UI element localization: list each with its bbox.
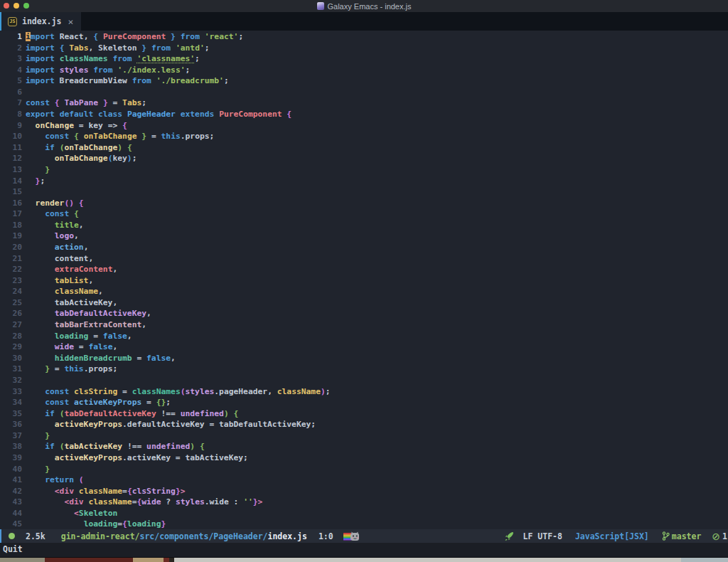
line-number: 25 — [0, 297, 22, 309]
line-number: 6 — [0, 87, 22, 98]
code-line[interactable]: 25 tabActiveKey, — [0, 297, 728, 309]
wallpaper-segment — [0, 558, 45, 562]
code-line[interactable]: 43 <div className={wide ? styles.wide : … — [0, 497, 728, 508]
line-number: 2 — [0, 43, 22, 54]
wallpaper-segment — [133, 558, 164, 562]
code-line[interactable]: 23 tabList, — [0, 275, 728, 287]
code-line[interactable]: 26 tabDefaultActiveKey, — [0, 308, 728, 319]
code-line[interactable]: 8export default class PageHeader extends… — [0, 109, 728, 120]
code-line[interactable]: 18 title, — [0, 220, 728, 231]
code-line[interactable]: 44 <Skeleton — [0, 508, 728, 519]
line-number: 42 — [0, 486, 22, 497]
line-number: 16 — [0, 198, 22, 209]
code-line[interactable]: 35 if (tabDefaultActiveKey !== undefined… — [0, 408, 728, 420]
line-number: 34 — [0, 397, 22, 408]
code-line[interactable]: 6 — [0, 87, 728, 98]
code-line[interactable]: 37 } — [0, 430, 728, 442]
code-text: import React, { PureComponent } from 're… — [26, 31, 243, 43]
code-line[interactable]: 14 }; — [0, 176, 728, 187]
line-number: 21 — [0, 253, 22, 265]
major-mode[interactable]: JavaScript[JSX] — [575, 531, 649, 541]
buffer-size: 2.5k — [26, 531, 46, 541]
circle-slash-icon: ⊘ — [712, 531, 720, 542]
titlebar: Galaxy Emacs - index.js — [0, 0, 728, 12]
line-number: 32 — [0, 375, 22, 386]
code-line[interactable]: 9 onChange = key => { — [0, 120, 728, 132]
code-text: render() { — [26, 198, 84, 209]
code-line[interactable]: 5import BreadcrumbView from './breadcrum… — [0, 75, 728, 87]
tab-label: index.js — [22, 16, 61, 26]
line-number: 24 — [0, 286, 22, 297]
code-line[interactable]: 38 if (tabActiveKey !== undefined) { — [0, 441, 728, 452]
code-text: export default class PageHeader extends … — [26, 109, 291, 120]
tab-bar: JS index.js × — [0, 12, 728, 31]
code-text: tabBarExtraContent, — [26, 319, 146, 331]
code-text: activeKeyProps.defaultActiveKey = tabDef… — [26, 419, 316, 430]
code-line[interactable]: 20 action, — [0, 242, 728, 253]
line-number: 3 — [0, 53, 22, 65]
line-number: 9 — [0, 120, 22, 132]
code-line[interactable]: 33 const clsString = classNames(styles.p… — [0, 386, 728, 398]
tab-close-icon[interactable]: × — [68, 16, 73, 27]
code-text: import styles from './index.less'; — [26, 65, 190, 76]
tab-index-js[interactable]: JS index.js × — [1, 12, 81, 31]
code-line[interactable]: 19 logo, — [0, 230, 728, 242]
code-line[interactable]: 45 loading={loading} — [0, 519, 728, 530]
code-line[interactable]: 22 extraContent, — [0, 264, 728, 275]
flycheck-status[interactable]: ⊘ 1 — [712, 531, 727, 542]
code-text: onChange = key => { — [26, 120, 127, 132]
code-line[interactable]: 4import styles from './index.less'; — [0, 65, 728, 76]
line-number: 29 — [0, 341, 22, 353]
code-line[interactable]: 36 activeKeyProps.defaultActiveKey = tab… — [0, 419, 728, 430]
code-text: } = this.props; — [26, 364, 117, 375]
nyan-cat-progress-icon — [343, 531, 360, 541]
code-line[interactable]: 32 — [0, 375, 728, 386]
code-line[interactable]: 28 loading = false, — [0, 331, 728, 342]
code-line[interactable]: 15 — [0, 186, 728, 198]
code-text: const { onTabChange } = this.props; — [26, 131, 214, 142]
code-text: hiddenBreadcrumb = false, — [26, 353, 176, 364]
code-line[interactable]: 13 } — [0, 164, 728, 176]
eol-encoding: LF UTF-8 — [523, 531, 562, 541]
code-editor[interactable]: 1import React, { PureComponent } from 'r… — [0, 31, 728, 529]
code-line[interactable]: 34 const activeKeyProps = {}; — [0, 397, 728, 408]
code-line[interactable]: 41 return ( — [0, 474, 728, 486]
line-number: 14 — [0, 176, 22, 187]
code-line[interactable]: 30 hiddenBreadcrumb = false, — [0, 353, 728, 364]
code-line[interactable]: 39 activeKeyProps.activeKey = tabActiveK… — [0, 452, 728, 464]
code-text: extraContent, — [26, 264, 117, 275]
echo-area: Quit — [0, 543, 728, 557]
code-line[interactable]: 16 render() { — [0, 198, 728, 209]
line-number: 43 — [0, 497, 22, 508]
rocket-icon — [504, 531, 514, 541]
code-line[interactable]: 29 wide = false, — [0, 341, 728, 353]
code-line[interactable]: 42 <div className={clsString}> — [0, 486, 728, 497]
code-text: <div className={wide ? styles.wide : ''}… — [26, 497, 262, 508]
git-branch[interactable]: master — [662, 531, 702, 541]
code-line[interactable]: 27 tabBarExtraContent, — [0, 319, 728, 331]
code-text: title, — [26, 220, 84, 231]
code-line[interactable]: 10 const { onTabChange } = this.props; — [0, 131, 728, 142]
code-line[interactable]: 3import classNames from 'classnames'; — [0, 53, 728, 65]
code-text: className, — [26, 286, 103, 297]
line-number: 30 — [0, 353, 22, 364]
javascript-file-icon: JS — [8, 17, 17, 26]
wallpaper-segment — [45, 558, 133, 562]
line-number: 41 — [0, 474, 22, 486]
code-line[interactable]: 31 } = this.props; — [0, 364, 728, 375]
line-number: 15 — [0, 186, 22, 198]
code-line[interactable]: 40 } — [0, 464, 728, 475]
issue-count: 1 — [722, 531, 727, 541]
code-line[interactable]: 24 className, — [0, 286, 728, 297]
code-line[interactable]: 12 onTabChange(key); — [0, 153, 728, 164]
code-line[interactable]: 17 const { — [0, 208, 728, 220]
code-line[interactable]: 7const { TabPane } = Tabs; — [0, 97, 728, 109]
code-text: if (tabDefaultActiveKey !== undefined) { — [26, 408, 238, 420]
code-text: logo, — [26, 230, 79, 242]
code-line[interactable]: 2import { Tabs, Skeleton } from 'antd'; — [0, 43, 728, 54]
code-line[interactable]: 1import React, { PureComponent } from 'r… — [0, 31, 728, 43]
line-number: 1 — [0, 31, 22, 43]
code-text: action, — [26, 242, 88, 253]
code-line[interactable]: 11 if (onTabChange) { — [0, 142, 728, 154]
code-line[interactable]: 21 content, — [0, 253, 728, 265]
